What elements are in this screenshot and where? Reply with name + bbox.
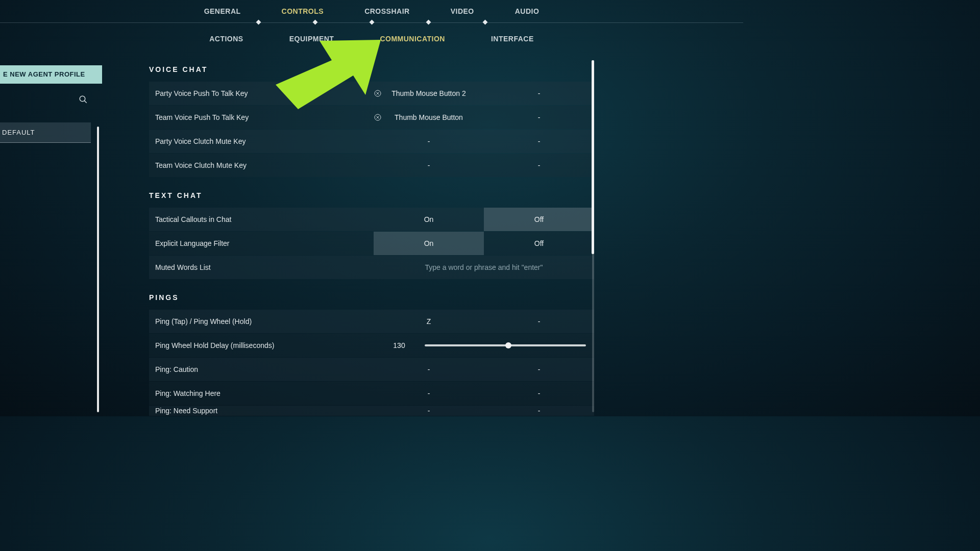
keybind-secondary[interactable]: - (484, 407, 594, 415)
keybind-value: - (428, 407, 430, 415)
keybind-value: - (428, 389, 430, 397)
keybind-secondary[interactable]: - (484, 365, 594, 373)
keybind-value: - (428, 161, 430, 169)
keybind-value: - (428, 365, 430, 373)
keybind-value: - (538, 161, 541, 169)
slider[interactable] (425, 344, 594, 346)
tab-video[interactable]: VIDEO (451, 7, 474, 15)
sidebar-scrollbar[interactable] (97, 127, 99, 412)
muted-words-input[interactable] (374, 263, 594, 271)
keybind-secondary[interactable]: - (484, 389, 594, 397)
keybind-secondary[interactable]: - (484, 317, 594, 325)
keybind-primary[interactable]: - (374, 389, 484, 397)
main-scrollbar-thumb[interactable] (592, 60, 594, 254)
tab-general[interactable]: GENERAL (204, 7, 241, 15)
toggle-off[interactable]: Off (484, 232, 594, 255)
keybind-secondary[interactable]: - (484, 113, 594, 121)
keybind-primary[interactable]: - (374, 161, 484, 169)
row-party-clutch-mute: Party Voice Clutch Mute Key - - (149, 130, 594, 153)
subtab-communication[interactable]: COMMUNICATION (380, 35, 445, 43)
keybind-primary[interactable]: Thumb Mouse Button (374, 113, 484, 121)
row-ping-wheel: Ping (Tap) / Ping Wheel (Hold) Z - (149, 310, 594, 333)
keybind-value: - (428, 137, 430, 145)
keybind-value: - (538, 365, 541, 373)
slider-track[interactable] (425, 344, 586, 346)
row-ping-watching: Ping: Watching Here - - (149, 382, 594, 405)
row-label: Explicit Language Filter (155, 239, 374, 247)
sidebar: E NEW AGENT PROFILE DEFAULT (0, 65, 102, 143)
primary-tab-bar: GENERAL CONTROLS CROSSHAIR VIDEO AUDIO (0, 7, 743, 15)
row-team-clutch-mute: Team Voice Clutch Mute Key - - (149, 154, 594, 177)
row-label: Party Voice Push To Talk Key (155, 89, 374, 97)
keybind-primary[interactable]: - (374, 365, 484, 373)
row-ping-need-support: Ping: Need Support - - (149, 406, 594, 416)
create-profile-button[interactable]: E NEW AGENT PROFILE (0, 65, 102, 84)
row-label: Team Voice Clutch Mute Key (155, 161, 374, 169)
svg-point-3 (80, 96, 85, 102)
search-row (0, 95, 102, 104)
keybind-value: - (538, 113, 541, 121)
slider-thumb[interactable] (505, 342, 511, 348)
toggle-on[interactable]: On (374, 208, 484, 231)
row-party-voice-ptt: Party Voice Push To Talk Key Thumb Mouse… (149, 82, 594, 105)
keybind-value: Thumb Mouse Button (395, 113, 463, 121)
keybind-value: Thumb Mouse Button 2 (391, 89, 466, 97)
row-label: Party Voice Clutch Mute Key (155, 137, 374, 145)
row-ping-hold-delay: Ping Wheel Hold Delay (milliseconds) 130 (149, 334, 594, 357)
keybind-primary[interactable]: Z (374, 317, 484, 325)
row-ping-caution: Ping: Caution - - (149, 358, 594, 381)
slider-value[interactable]: 130 (374, 341, 425, 349)
tab-crosshair[interactable]: CROSSHAIR (364, 7, 410, 15)
subtab-interface[interactable]: INTERFACE (491, 35, 534, 43)
row-tactical-callouts: Tactical Callouts in Chat On Off (149, 208, 594, 231)
toggle-off[interactable]: Off (484, 208, 594, 231)
sub-tab-bar: ACTIONS EQUIPMENT COMMUNICATION INTERFAC… (0, 35, 743, 43)
row-label: Ping: Watching Here (155, 389, 374, 397)
subtab-equipment[interactable]: EQUIPMENT (289, 35, 334, 43)
keybind-primary[interactable]: - (374, 137, 484, 145)
row-label: Ping (Tap) / Ping Wheel (Hold) (155, 317, 374, 325)
keybind-secondary[interactable]: - (484, 161, 594, 169)
keybind-value: - (538, 137, 541, 145)
row-label: Ping: Caution (155, 365, 374, 373)
keybind-secondary[interactable]: - (484, 137, 594, 145)
keybind-value: - (538, 89, 541, 97)
search-icon[interactable] (79, 95, 88, 104)
muted-words-input-wrapper (374, 256, 594, 279)
clear-bind-icon[interactable] (374, 89, 382, 97)
section-heading-voice-chat: VOICE CHAT (149, 65, 594, 73)
row-label: Muted Words List (155, 263, 374, 271)
row-explicit-filter: Explicit Language Filter On Off (149, 232, 594, 255)
row-label: Team Voice Push To Talk Key (155, 113, 374, 121)
svg-line-4 (84, 101, 87, 103)
row-team-voice-ptt: Team Voice Push To Talk Key Thumb Mouse … (149, 106, 594, 129)
keybind-primary[interactable]: - (374, 407, 484, 415)
clear-bind-icon[interactable] (374, 113, 382, 121)
tab-controls[interactable]: CONTROLS (282, 7, 324, 15)
section-heading-text-chat: TEXT CHAT (149, 191, 594, 199)
tab-underline (0, 22, 743, 23)
profile-default[interactable]: DEFAULT (0, 122, 91, 143)
keybind-primary[interactable]: Thumb Mouse Button 2 (374, 89, 484, 97)
row-label: Ping: Need Support (155, 407, 374, 415)
row-label: Tactical Callouts in Chat (155, 215, 374, 223)
settings-main: VOICE CHAT Party Voice Push To Talk Key … (149, 65, 594, 416)
keybind-secondary[interactable]: - (484, 89, 594, 97)
keybind-value: - (538, 389, 541, 397)
subtab-actions[interactable]: ACTIONS (209, 35, 243, 43)
toggle-on[interactable]: On (374, 232, 484, 255)
keybind-value: Z (427, 317, 431, 325)
section-heading-pings: PINGS (149, 293, 594, 302)
row-label: Ping Wheel Hold Delay (milliseconds) (155, 341, 374, 349)
row-muted-words: Muted Words List (149, 256, 594, 279)
keybind-value: - (538, 407, 541, 415)
tab-audio[interactable]: AUDIO (515, 7, 540, 15)
keybind-value: - (538, 317, 541, 325)
